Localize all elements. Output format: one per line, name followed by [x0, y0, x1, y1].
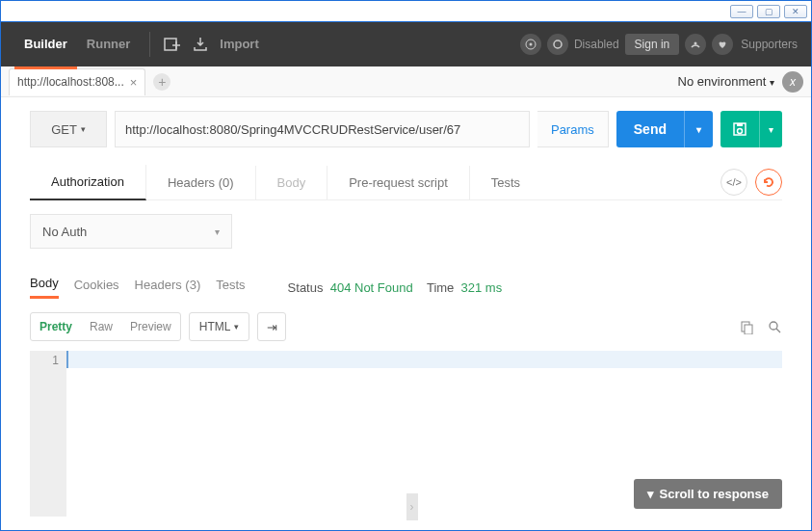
- resp-tab-headers[interactable]: Headers (3): [135, 278, 201, 298]
- app-topbar: Builder Runner Import Disabled Sign in: [1, 22, 811, 66]
- tab-row: http://localhost:808... × + No environme…: [1, 66, 811, 97]
- signin-button[interactable]: Sign in: [625, 34, 680, 55]
- resp-tab-tests[interactable]: Tests: [216, 278, 245, 298]
- svg-line-13: [776, 329, 780, 332]
- divider: [149, 32, 150, 57]
- view-pretty[interactable]: Pretty: [31, 320, 81, 333]
- resp-tab-body[interactable]: Body: [30, 276, 59, 299]
- close-window-button[interactable]: ✕: [784, 5, 807, 18]
- reset-icon[interactable]: [755, 169, 782, 196]
- chevron-down-icon: ▾: [647, 487, 654, 501]
- sync-status: Disabled: [574, 38, 619, 51]
- format-selector[interactable]: HTML▾: [189, 312, 250, 341]
- request-tabs: Authorization Headers (0) Body Pre-reque…: [30, 165, 782, 200]
- svg-point-4: [529, 43, 532, 46]
- svg-point-12: [770, 322, 777, 330]
- view-controls: Pretty Raw Preview HTML▾ ⇥: [30, 312, 782, 341]
- minimize-button[interactable]: —: [730, 5, 753, 18]
- params-button[interactable]: Params: [537, 111, 609, 147]
- view-raw[interactable]: Raw: [81, 320, 121, 333]
- add-tab-button[interactable]: +: [153, 73, 170, 91]
- save-button[interactable]: [720, 111, 759, 147]
- import-label[interactable]: Import: [218, 22, 268, 66]
- import-icon[interactable]: [189, 33, 212, 56]
- view-mode-group: Pretty Raw Preview: [30, 312, 181, 341]
- url-input[interactable]: [115, 111, 530, 147]
- svg-point-8: [738, 129, 743, 134]
- save-dropdown[interactable]: ▾: [759, 111, 782, 147]
- tab-authorization[interactable]: Authorization: [30, 165, 146, 200]
- svg-rect-9: [737, 123, 743, 126]
- search-icon[interactable]: [768, 320, 782, 334]
- window-titlebar: — ▢ ✕: [1, 1, 811, 22]
- close-tab-icon[interactable]: ×: [130, 75, 138, 90]
- line-gutter: 1: [30, 351, 66, 517]
- sync-icon[interactable]: [547, 34, 568, 55]
- svg-point-6: [694, 42, 697, 45]
- send-button-group: Send ▾: [616, 111, 713, 147]
- save-button-group: ▾: [720, 111, 782, 147]
- method-selector[interactable]: GET▾: [30, 111, 107, 147]
- send-button[interactable]: Send: [616, 111, 684, 147]
- resize-handle-icon[interactable]: ›: [406, 493, 418, 520]
- environment-selector[interactable]: No environment ▾: [678, 74, 774, 89]
- wrap-lines-icon[interactable]: ⇥: [257, 312, 286, 341]
- supporters-label: Supporters: [741, 38, 798, 51]
- request-row: GET▾ Params Send ▾ ▾: [30, 111, 782, 147]
- resp-tab-cookies[interactable]: Cookies: [74, 278, 119, 298]
- tab-prerequest[interactable]: Pre-request script: [327, 166, 470, 199]
- copy-icon[interactable]: [740, 320, 754, 334]
- svg-point-5: [554, 40, 562, 48]
- maximize-button[interactable]: ▢: [757, 5, 780, 18]
- tab-tests[interactable]: Tests: [470, 166, 541, 199]
- tab-body[interactable]: Body: [256, 166, 328, 199]
- tab-title: http://localhost:808...: [17, 75, 124, 89]
- new-tab-icon[interactable]: [160, 33, 183, 56]
- heart-icon[interactable]: [712, 34, 733, 55]
- code-snippet-icon[interactable]: </>: [720, 169, 747, 196]
- svg-rect-0: [165, 39, 176, 50]
- interceptor-icon[interactable]: [520, 34, 541, 55]
- nav-runner[interactable]: Runner: [77, 22, 141, 66]
- view-preview[interactable]: Preview: [121, 320, 180, 333]
- settings-icon[interactable]: [685, 34, 706, 55]
- response-tabs: Body Cookies Headers (3) Tests Status 40…: [30, 276, 782, 299]
- svg-rect-11: [745, 325, 752, 334]
- env-quicklook-icon[interactable]: x: [782, 71, 803, 93]
- auth-type-selector[interactable]: No Auth▾: [30, 214, 232, 249]
- status-info: Status 404 Not Found Time 321 ms: [288, 280, 503, 295]
- request-tab[interactable]: http://localhost:808... ×: [9, 68, 145, 95]
- scroll-to-response-button[interactable]: ▾ Scroll to response: [634, 479, 782, 509]
- send-dropdown[interactable]: ▾: [684, 111, 713, 147]
- main-content: GET▾ Params Send ▾ ▾ Authorization Heade…: [1, 97, 811, 530]
- tab-headers[interactable]: Headers (0): [146, 166, 256, 199]
- nav-builder[interactable]: Builder: [14, 22, 77, 69]
